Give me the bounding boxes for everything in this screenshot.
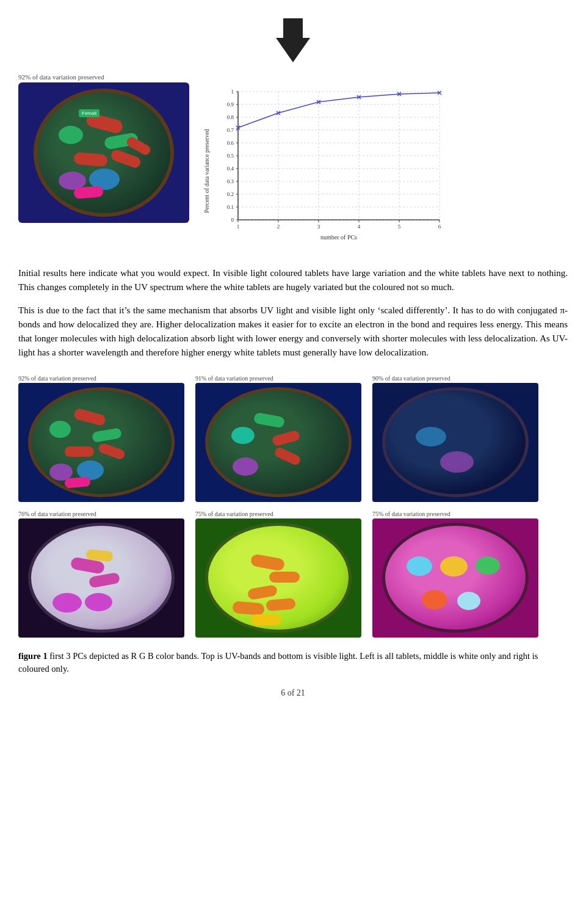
grid-label-uv-white: 91% of data variation preserved	[195, 375, 273, 382]
svg-text:0.3: 0.3	[227, 178, 234, 184]
svg-text:0.1: 0.1	[227, 204, 234, 210]
variance-chart: Percent of data variance preserved 0 0.1…	[201, 79, 446, 250]
svg-text:3: 3	[317, 224, 320, 230]
svg-text:5: 5	[398, 224, 401, 230]
figure-caption: figure 1 first 3 PCs depicted as R G B c…	[18, 650, 568, 677]
svg-text:1: 1	[237, 224, 240, 230]
uv-all-image	[18, 383, 184, 502]
uv-coloured-image	[372, 383, 538, 502]
svg-text:0.4: 0.4	[227, 166, 234, 172]
paragraph-1: Initial results here indicate what you w…	[18, 266, 568, 295]
chart-svg-wrap: Percent of data variance preserved 0 0.1…	[201, 79, 568, 253]
caption-text: first 3 PCs depicted as R G B color band…	[18, 651, 538, 674]
svg-text:0.9: 0.9	[227, 101, 234, 107]
top-section: 92% of data variation preserved Femall	[18, 73, 568, 253]
svg-text:6: 6	[438, 224, 441, 230]
arrow-shaft	[283, 18, 303, 38]
grid-label-vis-white: 75% of data variation preserved	[195, 511, 273, 517]
top-image-block: 92% of data variation preserved Femall	[18, 73, 189, 223]
svg-text:0.2: 0.2	[227, 191, 234, 197]
grid-image-uv-all: 92% of data variation preserved	[18, 375, 184, 502]
svg-text:4: 4	[358, 224, 361, 230]
svg-text:0: 0	[231, 217, 234, 223]
grid-label-vis-all: 76% of data variation preserved	[18, 511, 96, 517]
svg-text:0.7: 0.7	[227, 127, 234, 133]
svg-text:Percent of data variance prese: Percent of data variance preserved	[203, 129, 210, 213]
chart-block: Percent of data variance preserved 0 0.1…	[201, 73, 568, 253]
vis-white-image	[195, 518, 361, 638]
top-image-label: 92% of data variation preserved	[18, 73, 104, 81]
svg-text:0.6: 0.6	[227, 140, 234, 146]
grid-image-vis-all: 76% of data variation preserved	[18, 511, 184, 638]
top-petri-image: Femall	[18, 82, 189, 223]
svg-text:number of PCs: number of PCs	[320, 234, 357, 241]
paragraph-2: This is due to the fact that it’s the sa…	[18, 304, 568, 360]
caption-label: figure 1	[18, 651, 48, 661]
image-grid: 92% of data variation preserved	[18, 375, 568, 638]
grid-image-uv-white: 91% of data variation preserved	[195, 375, 361, 502]
grid-label-uv-coloured: 90% of data variation preserved	[372, 375, 450, 382]
grid-label-vis-coloured: 75% of data variation preserved	[372, 511, 450, 517]
image-row-2: 76% of data variation preserved 75% of d…	[18, 511, 568, 638]
uv-white-image	[195, 383, 361, 502]
svg-text:2: 2	[277, 224, 280, 230]
image-row-1: 92% of data variation preserved	[18, 375, 568, 502]
svg-text:0.8: 0.8	[227, 114, 234, 120]
svg-text:1: 1	[231, 89, 234, 95]
page-number: 6 of 21	[281, 688, 305, 697]
grid-image-uv-coloured: 90% of data variation preserved	[372, 375, 538, 502]
vis-all-image	[18, 518, 184, 638]
grid-label-uv-all: 92% of data variation preserved	[18, 375, 96, 382]
vis-coloured-image	[372, 518, 538, 638]
grid-image-vis-coloured: 75% of data variation preserved	[372, 511, 538, 638]
arrow-head	[276, 38, 310, 62]
down-arrow-container	[18, 18, 568, 62]
grid-image-vis-white: 75% of data variation preserved	[195, 511, 361, 638]
svg-text:0.5: 0.5	[227, 153, 234, 159]
page-footer: 6 of 21	[18, 688, 568, 704]
